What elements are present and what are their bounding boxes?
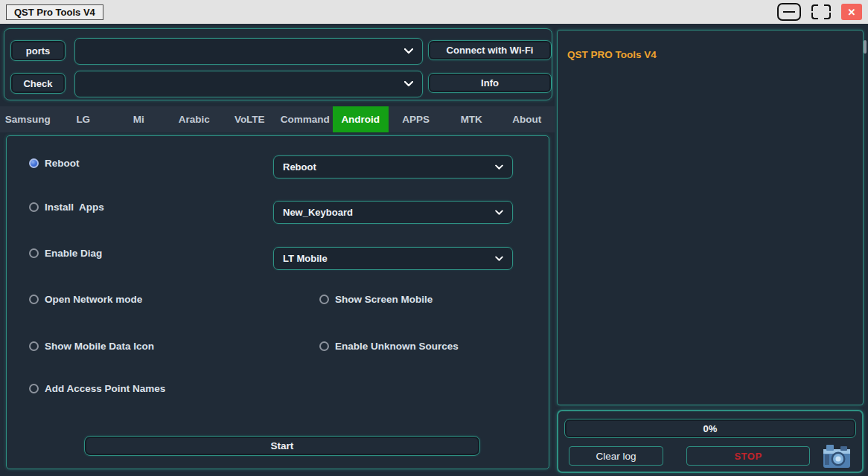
- port-combobox[interactable]: [74, 38, 423, 65]
- android-panel: Reboot Reboot Install Apps New_Keyboard …: [6, 135, 549, 469]
- status-panel: 0% Clear log STOP: [557, 410, 864, 473]
- log-header-text: QST PRO Tools V4: [567, 49, 657, 60]
- window-controls: ✕: [777, 0, 862, 24]
- close-button[interactable]: ✕: [841, 4, 862, 20]
- ports-button[interactable]: ports: [10, 40, 66, 61]
- tab-lg[interactable]: LG: [56, 106, 112, 132]
- scrollbar-thumb[interactable]: [864, 40, 867, 54]
- chevron-down-icon: [495, 256, 503, 261]
- radio-icon: [29, 384, 39, 393]
- titlebar: QST Pro Tools V4 ✕: [0, 0, 868, 24]
- radio-icon: [319, 295, 329, 304]
- tabbar: Samsung LG Mi Arabic VoLTE Command Andro…: [0, 106, 555, 132]
- check-button[interactable]: Check: [10, 73, 66, 94]
- chevron-down-icon: [404, 48, 413, 54]
- log-panel[interactable]: QST PRO Tools V4: [557, 30, 864, 405]
- camera-icon[interactable]: [822, 443, 852, 469]
- progress-bar: 0%: [564, 419, 856, 438]
- connection-panel: ports Connect with Wi-Fi Check Info: [4, 28, 552, 100]
- close-icon: ✕: [848, 7, 856, 18]
- progress-value: 0%: [703, 423, 718, 434]
- radio-icon: [29, 248, 39, 258]
- clear-log-button[interactable]: Clear log: [569, 446, 663, 466]
- radio-enable-unknown-sources[interactable]: Enable Unknown Sources: [319, 341, 459, 352]
- stop-button[interactable]: STOP: [686, 446, 810, 466]
- tab-android[interactable]: Android: [333, 106, 389, 132]
- info-button[interactable]: Info: [428, 73, 552, 93]
- tab-command[interactable]: Command: [278, 106, 334, 132]
- install-apps-combobox-value: New_Keyboard: [283, 207, 353, 218]
- tab-samsung[interactable]: Samsung: [0, 106, 56, 132]
- model-combobox[interactable]: [74, 71, 423, 97]
- tab-mi[interactable]: Mi: [111, 106, 167, 132]
- radio-add-access-point-names[interactable]: Add Access Point Names: [29, 383, 165, 394]
- window-title: QST Pro Tools V4: [6, 4, 103, 20]
- radio-show-screen-mobile[interactable]: Show Screen Mobile: [319, 294, 433, 305]
- chevron-down-icon: [495, 210, 503, 215]
- radio-icon: [319, 341, 329, 351]
- app-window: QST Pro Tools V4 ✕ ports Connect with Wi…: [0, 0, 868, 476]
- radio-open-network-mode[interactable]: Open Network mode: [29, 294, 142, 305]
- radio-show-mobile-data-icon[interactable]: Show Mobile Data Icon: [29, 341, 154, 352]
- install-apps-combobox[interactable]: New_Keyboard: [273, 201, 513, 224]
- radio-icon: [29, 158, 39, 168]
- reboot-combobox[interactable]: Reboot: [273, 155, 513, 178]
- start-button[interactable]: Start: [84, 436, 480, 456]
- tab-arabic[interactable]: Arabic: [167, 106, 223, 132]
- tab-apps[interactable]: APPS: [389, 106, 444, 132]
- radio-icon: [29, 202, 39, 212]
- radio-enable-diag[interactable]: Enable Diag: [29, 248, 102, 259]
- radio-reboot[interactable]: Reboot: [29, 158, 80, 169]
- enable-diag-combobox-value: LT Mobile: [283, 253, 328, 264]
- chevron-down-icon: [404, 81, 413, 87]
- minimize-icon: [783, 11, 795, 13]
- tab-volte[interactable]: VoLTE: [222, 106, 278, 132]
- maximize-icon: [811, 4, 818, 11]
- radio-icon: [29, 295, 39, 304]
- radio-icon: [29, 341, 39, 351]
- maximize-button[interactable]: [811, 3, 831, 21]
- connect-wifi-button[interactable]: Connect with Wi-Fi: [428, 40, 552, 60]
- minimize-button[interactable]: [777, 3, 801, 21]
- tab-mtk[interactable]: MTK: [444, 106, 500, 132]
- reboot-combobox-value: Reboot: [283, 161, 316, 173]
- tab-about[interactable]: About: [500, 106, 555, 132]
- enable-diag-combobox[interactable]: LT Mobile: [273, 247, 513, 270]
- radio-install-apps[interactable]: Install Apps: [29, 202, 104, 213]
- chevron-down-icon: [495, 164, 503, 170]
